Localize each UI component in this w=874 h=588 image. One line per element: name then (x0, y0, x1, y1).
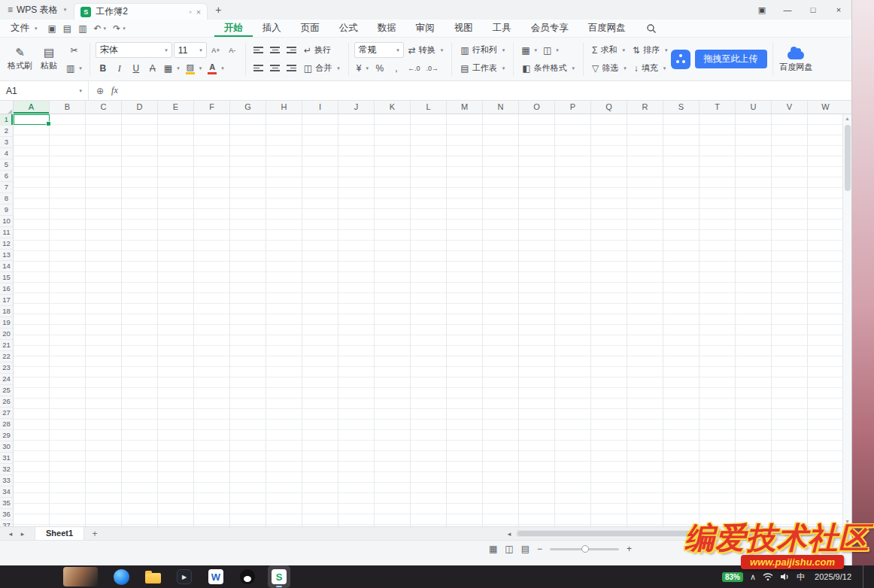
search-icon[interactable] (646, 23, 657, 34)
grid-cells[interactable] (14, 114, 842, 526)
column-header-M[interactable]: M (447, 101, 483, 114)
table-style-button[interactable]: ▦ (519, 43, 539, 58)
input-method-indicator[interactable]: 中 (797, 571, 805, 583)
worksheet-button[interactable]: ▤ 工作表 (457, 61, 508, 76)
align-middle-icon[interactable] (268, 43, 283, 58)
row-header-7[interactable]: 7 (0, 182, 13, 193)
percent-icon[interactable]: % (372, 61, 387, 76)
browser-icon[interactable] (110, 565, 132, 588)
widgets-thumbnail[interactable] (63, 567, 98, 586)
decrease-decimal-icon[interactable]: .0→ (423, 61, 441, 76)
column-header-W[interactable]: W (808, 101, 842, 114)
font-family-select[interactable]: 宋体 (96, 42, 172, 58)
magic-fill-icon[interactable]: ⊕ (96, 86, 104, 96)
add-sheet-button[interactable]: + (89, 529, 101, 539)
copy-icon[interactable]: ▥ (64, 61, 84, 76)
bold-button[interactable]: B (96, 61, 111, 76)
wifi-icon[interactable] (763, 572, 773, 581)
row-header-5[interactable]: 5 (0, 159, 13, 171)
undo-icon-caret[interactable]: ▾ (104, 26, 107, 32)
column-header-E[interactable]: E (158, 101, 194, 114)
file-explorer-icon[interactable] (141, 565, 164, 588)
row-header-12[interactable]: 12 (0, 238, 13, 250)
ribbon-tab-会员专享[interactable]: 会员专享 (521, 20, 578, 37)
fill-button[interactable]: ↓ 填充 (631, 61, 669, 76)
row-header-29[interactable]: 29 (0, 430, 13, 441)
row-header-6[interactable]: 6 (0, 171, 13, 182)
vscroll-track[interactable] (843, 123, 851, 517)
row-header-3[interactable]: 3 (0, 137, 13, 148)
column-header-C[interactable]: C (86, 101, 122, 114)
document-tab[interactable]: S 工作簿2 ▫ × (74, 3, 208, 20)
sort-button[interactable]: ⇅ 排序 (630, 43, 671, 58)
row-header-19[interactable]: 19 (0, 317, 13, 329)
align-right-icon[interactable] (284, 61, 299, 76)
row-header-24[interactable]: 24 (0, 374, 13, 385)
filter-button[interactable]: ▽ 筛选 (589, 61, 630, 76)
column-header-D[interactable]: D (122, 101, 158, 114)
row-header-35[interactable]: 35 (0, 498, 13, 509)
align-bottom-icon[interactable] (284, 43, 299, 58)
row-header-17[interactable]: 17 (0, 295, 13, 306)
row-header-8[interactable]: 8 (0, 193, 13, 205)
column-header-S[interactable]: S (663, 101, 700, 114)
wrap-text-button[interactable]: ↵ 换行 (301, 43, 334, 58)
qq-icon[interactable] (236, 565, 259, 588)
cell-style-button[interactable]: ◫ (541, 43, 561, 58)
column-header-V[interactable]: V (772, 101, 808, 114)
currency-icon[interactable]: ¥ (354, 61, 371, 76)
ribbon-tab-页面[interactable]: 页面 (291, 20, 329, 37)
volume-icon[interactable] (780, 572, 790, 581)
upload-hint-label[interactable]: 拖拽至此上传 (695, 50, 767, 68)
ribbon-tab-数据[interactable]: 数据 (368, 20, 406, 37)
row-header-4[interactable]: 4 (0, 148, 13, 159)
align-top-icon[interactable] (251, 43, 266, 58)
number-format-select[interactable]: 常规 (354, 42, 404, 58)
borders-button[interactable]: ▦ (162, 61, 182, 76)
column-header-P[interactable]: P (555, 101, 591, 114)
row-header-30[interactable]: 30 (0, 441, 13, 453)
row-header-11[interactable]: 11 (0, 227, 13, 238)
merge-cells-button[interactable]: ◫ 合并 (301, 61, 343, 76)
tab-close-icon[interactable]: × (196, 8, 201, 17)
baidu-netdisk-button[interactable]: 百度网盘 (778, 44, 814, 74)
row-header-27[interactable]: 27 (0, 408, 13, 419)
horizontal-scrollbar[interactable]: ◂ ▸ (504, 527, 851, 540)
row-header-23[interactable]: 23 (0, 362, 13, 374)
column-header-A[interactable]: A (14, 101, 50, 114)
normal-view-icon[interactable]: ▦ (489, 544, 497, 554)
redo-icon[interactable]: ↷ (113, 23, 120, 34)
file-menu-button[interactable]: 文件 (5, 20, 44, 37)
ribbon-tab-开始[interactable]: 开始 (214, 20, 253, 37)
zoom-in-icon[interactable]: + (627, 544, 632, 554)
hidden-icons-chevron[interactable]: ∧ (750, 572, 756, 582)
new-tab-button[interactable]: + (208, 4, 229, 16)
increase-decimal-icon[interactable]: ←.0 (405, 61, 423, 76)
align-left-icon[interactable] (251, 61, 266, 76)
redo-icon-caret[interactable]: ▾ (123, 26, 126, 32)
prev-sheet-icon[interactable]: ◂ (5, 530, 17, 538)
row-header-1[interactable]: 1 (0, 114, 13, 126)
show-desktop-button[interactable] (863, 565, 866, 588)
next-sheet-icon[interactable]: ▸ (17, 530, 29, 538)
select-all-corner[interactable]: ◢ (0, 101, 14, 114)
align-center-icon[interactable] (268, 61, 283, 76)
undo-icon[interactable]: ↶ (94, 23, 102, 34)
ribbon-tab-百度网盘[interactable]: 百度网盘 (578, 20, 636, 37)
column-header-R[interactable]: R (627, 101, 663, 114)
fill-color-button[interactable]: ▨ (184, 61, 205, 76)
row-header-25[interactable]: 25 (0, 385, 13, 396)
row-header-14[interactable]: 14 (0, 261, 13, 272)
sheet-tab-Sheet1[interactable]: Sheet1 (35, 527, 84, 540)
column-header-B[interactable]: B (50, 101, 86, 114)
scroll-up-icon[interactable]: ▲ (845, 114, 850, 123)
convert-button[interactable]: ⇄ 转换 (405, 43, 447, 58)
format-painter-button[interactable]: ✎ 格式刷 (6, 45, 34, 73)
vertical-scrollbar[interactable]: ▲ ▼ (842, 114, 851, 526)
taskbar-date[interactable]: 2025/9/12 (815, 572, 851, 581)
row-header-32[interactable]: 32 (0, 464, 13, 475)
row-header-13[interactable]: 13 (0, 250, 13, 261)
app-menu-button[interactable]: ≡ WPS 表格 (0, 0, 74, 20)
selected-cell[interactable] (14, 114, 50, 125)
media-app-icon[interactable]: ▶ (173, 565, 196, 588)
